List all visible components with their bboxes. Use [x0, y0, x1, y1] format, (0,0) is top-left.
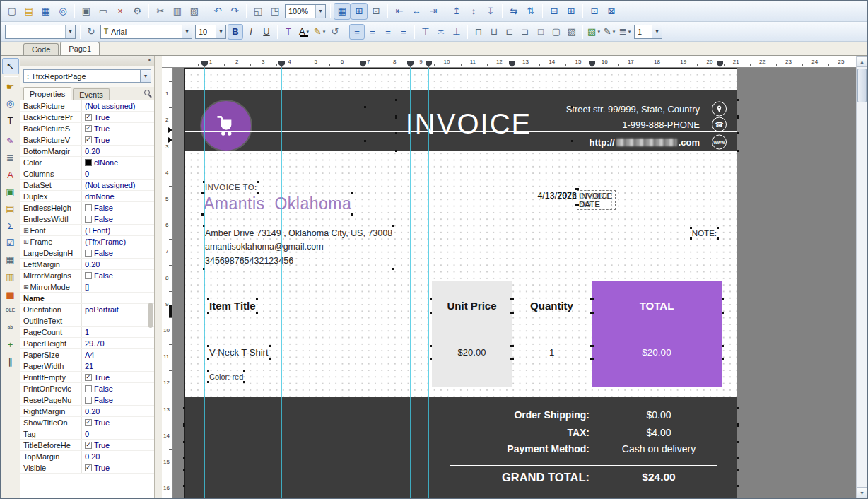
property-value[interactable]: [82, 315, 154, 326]
line-width-combo[interactable]: 1▾: [634, 25, 662, 39]
select-tool[interactable]: ↖: [2, 58, 19, 74]
property-value[interactable]: (Not assigned): [82, 180, 154, 190]
property-row-titlebeforehe[interactable]: TitleBeforeHe✓True: [20, 440, 154, 451]
band-marker-icon[interactable]: [168, 137, 172, 143]
property-row-tag[interactable]: Tag0: [20, 428, 154, 440]
horizontal-ruler[interactable]: 1234567891011121314151617181920212223242…: [173, 56, 857, 68]
property-value[interactable]: (TfrxFrame): [82, 236, 154, 247]
property-row-pagecount[interactable]: PageCount1: [20, 327, 154, 338]
zoom-tool[interactable]: ◎: [2, 95, 19, 112]
property-value[interactable]: ✓True: [82, 417, 154, 428]
property-value[interactable]: False: [82, 247, 154, 258]
selection-handle[interactable]: [183, 441, 185, 443]
dropdown-arrow-icon[interactable]: ▾: [65, 25, 75, 38]
scroll-down-icon[interactable]: ▼: [857, 487, 867, 498]
undo-button[interactable]: ↶: [209, 3, 226, 20]
selection-handle[interactable]: [717, 237, 719, 240]
checkbox[interactable]: [85, 250, 92, 257]
property-row-columns[interactable]: Columns0: [20, 168, 154, 180]
checkbox[interactable]: ✓: [85, 136, 92, 143]
guide-marker-icon[interactable]: [278, 61, 285, 67]
selection-handle[interactable]: [430, 358, 432, 360]
richtext-tool[interactable]: ab: [2, 319, 19, 336]
property-value[interactable]: ✓True: [82, 462, 154, 473]
selection-handle[interactable]: [737, 425, 739, 427]
company-phone[interactable]: 1-999-888-PHONE ☎: [397, 117, 737, 132]
table-tool[interactable]: ▦: [2, 252, 19, 268]
payment-method-row[interactable]: Payment Method: Cash on delivery: [185, 443, 737, 457]
property-value[interactable]: 29.70: [82, 338, 154, 348]
invoice-footer-band[interactable]: Order Shipping: $0.00 TAX: $4.00 Payment…: [185, 397, 737, 498]
center-vertically-button[interactable]: ⊠: [603, 3, 620, 20]
shipping-row[interactable]: Order Shipping: $0.00: [185, 409, 737, 423]
property-value[interactable]: False: [82, 394, 154, 405]
levels-tool[interactable]: ≣: [2, 150, 19, 166]
dropdown-arrow-icon[interactable]: ▾: [323, 29, 326, 35]
selection-handle[interactable]: [269, 358, 271, 360]
inspector-tab-properties[interactable]: Properties: [23, 87, 71, 100]
object-selector-dropdown[interactable]: : TfrxReportPage ▾: [23, 69, 151, 83]
selection-handle[interactable]: [722, 312, 724, 314]
checkbox[interactable]: [85, 397, 92, 404]
property-row-font[interactable]: ⊞Font(TFont): [20, 225, 154, 236]
band-position-marker[interactable]: [169, 305, 172, 317]
align-bottom-edges-button[interactable]: ↧: [482, 3, 499, 20]
selection-handle[interactable]: [183, 469, 185, 471]
redo-button[interactable]: ↷: [226, 3, 243, 20]
selection-handle[interactable]: [351, 213, 353, 216]
invoice-date-value[interactable]: 4/13/2022: [537, 191, 577, 201]
selection-handle[interactable]: [183, 407, 185, 409]
property-value[interactable]: poPortrait: [82, 304, 154, 315]
cut-button[interactable]: ✂: [152, 3, 169, 20]
property-value[interactable]: []: [82, 281, 154, 292]
selection-handle[interactable]: [395, 132, 397, 134]
property-value[interactable]: 21: [82, 360, 154, 371]
property-row-paperheight[interactable]: PaperHeight29.70: [20, 338, 154, 349]
align-top-edges-button[interactable]: ↥: [448, 3, 465, 20]
property-value[interactable]: False: [82, 270, 154, 281]
align-text-bottom-button[interactable]: ⊥: [449, 24, 464, 40]
center-horizontally-button[interactable]: ⊡: [586, 3, 603, 20]
line-style-button[interactable]: ≣▾: [617, 24, 633, 40]
property-value[interactable]: dmNone: [82, 191, 154, 201]
selection-handle[interactable]: [364, 106, 366, 108]
customer-name[interactable]: Amantis Oklahoma: [204, 194, 351, 213]
property-row-name[interactable]: Name: [20, 293, 154, 304]
selection-handle[interactable]: [183, 425, 185, 427]
selection-handle[interactable]: [737, 441, 739, 443]
new-page-button[interactable]: ▣: [78, 3, 95, 20]
rotate-text-button[interactable]: ↻: [83, 24, 99, 40]
property-row-duplex[interactable]: DuplexdmNone: [20, 191, 154, 202]
format-tool[interactable]: ✎: [2, 133, 19, 149]
justify-text-button[interactable]: ≡: [396, 24, 411, 40]
property-row-showtitleon[interactable]: ShowTitleOn✓True: [20, 417, 154, 428]
selection-handle[interactable]: [737, 99, 739, 101]
company-address[interactable]: Street str. 99/999, State, Country: [397, 101, 737, 117]
property-row-dataset[interactable]: DataSet(Not assigned): [20, 180, 154, 191]
column-header-quantity[interactable]: Quantity: [512, 300, 592, 312]
selection-handle[interactable]: [690, 227, 692, 229]
checkbox[interactable]: ✓: [85, 419, 92, 426]
component-tool[interactable]: +: [2, 336, 19, 353]
scrollbar-thumb[interactable]: [857, 69, 867, 102]
property-grid-scrollbar[interactable]: [148, 100, 153, 498]
property-row-leftmargin[interactable]: LeftMargin0.20: [20, 259, 154, 270]
property-value[interactable]: 1: [82, 327, 154, 337]
band-marker-icon[interactable]: [168, 127, 172, 133]
property-row-color[interactable]: ColorclNone: [20, 157, 154, 168]
zoom-combo[interactable]: 100%▾: [285, 4, 326, 18]
dropdown-arrow-icon[interactable]: ▾: [315, 5, 325, 18]
selection-handle[interactable]: [207, 298, 209, 300]
align-h-centers-button[interactable]: ↔: [408, 3, 425, 20]
item-variant-cell[interactable]: Color: red: [209, 372, 243, 381]
checkbox[interactable]: ✓: [85, 114, 92, 121]
selection-handle[interactable]: [257, 192, 259, 194]
property-row-topmargin[interactable]: TopMargin0.20: [20, 451, 154, 462]
frame-bottom-button[interactable]: ⊔: [486, 24, 502, 40]
checkbox[interactable]: [85, 272, 92, 279]
frame-top-button[interactable]: ⊓: [471, 24, 486, 40]
same-width-button[interactable]: ⊟: [546, 3, 563, 20]
property-row-orientation[interactable]: OrientationpoPortrait: [20, 304, 154, 315]
align-to-grid-button[interactable]: ⊞: [351, 3, 368, 20]
company-logo[interactable]: [201, 101, 251, 151]
